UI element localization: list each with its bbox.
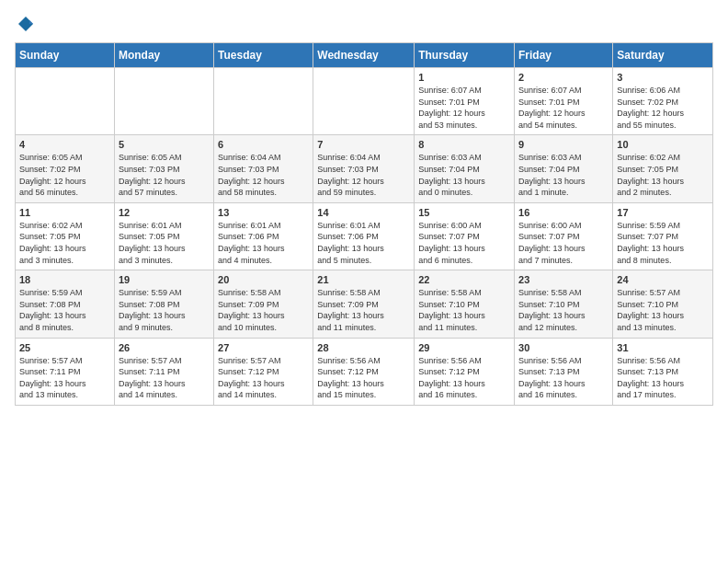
day-header-tuesday: Tuesday bbox=[214, 43, 313, 68]
day-info: Sunrise: 6:03 AM Sunset: 7:04 PM Dayligh… bbox=[418, 152, 510, 198]
calendar-cell: 16Sunrise: 6:00 AM Sunset: 7:07 PM Dayli… bbox=[515, 202, 613, 270]
calendar-cell: 20Sunrise: 5:58 AM Sunset: 7:09 PM Dayli… bbox=[214, 270, 313, 338]
day-number: 4 bbox=[19, 139, 110, 150]
day-info: Sunrise: 5:59 AM Sunset: 7:07 PM Dayligh… bbox=[617, 220, 709, 266]
day-info: Sunrise: 6:03 AM Sunset: 7:04 PM Dayligh… bbox=[518, 152, 609, 198]
calendar-cell: 7Sunrise: 6:04 AM Sunset: 7:03 PM Daylig… bbox=[313, 135, 415, 202]
day-info: Sunrise: 6:05 AM Sunset: 7:03 PM Dayligh… bbox=[119, 152, 210, 198]
day-info: Sunrise: 6:04 AM Sunset: 7:03 PM Dayligh… bbox=[317, 152, 410, 198]
calendar-cell: 17Sunrise: 5:59 AM Sunset: 7:07 PM Dayli… bbox=[613, 202, 713, 270]
day-number: 11 bbox=[19, 207, 110, 218]
day-info: Sunrise: 5:56 AM Sunset: 7:12 PM Dayligh… bbox=[317, 355, 410, 401]
day-number: 15 bbox=[418, 207, 510, 218]
calendar-cell: 26Sunrise: 5:57 AM Sunset: 7:11 PM Dayli… bbox=[114, 338, 213, 405]
day-number: 24 bbox=[617, 274, 709, 285]
day-number: 26 bbox=[119, 342, 210, 353]
day-number: 8 bbox=[418, 139, 510, 150]
calendar-cell bbox=[313, 68, 415, 135]
calendar-week-5: 25Sunrise: 5:57 AM Sunset: 7:11 PM Dayli… bbox=[16, 338, 713, 405]
calendar-week-3: 11Sunrise: 6:02 AM Sunset: 7:05 PM Dayli… bbox=[16, 202, 713, 270]
day-number: 17 bbox=[617, 207, 709, 218]
day-header-wednesday: Wednesday bbox=[313, 43, 415, 68]
calendar-cell: 30Sunrise: 5:56 AM Sunset: 7:13 PM Dayli… bbox=[515, 338, 613, 405]
day-number: 3 bbox=[617, 72, 709, 83]
day-info: Sunrise: 6:05 AM Sunset: 7:02 PM Dayligh… bbox=[19, 152, 110, 198]
day-info: Sunrise: 5:58 AM Sunset: 7:10 PM Dayligh… bbox=[518, 287, 609, 333]
day-number: 13 bbox=[218, 207, 309, 218]
calendar-cell: 3Sunrise: 6:06 AM Sunset: 7:02 PM Daylig… bbox=[613, 68, 713, 135]
calendar-cell: 10Sunrise: 6:02 AM Sunset: 7:05 PM Dayli… bbox=[613, 135, 713, 202]
day-info: Sunrise: 5:57 AM Sunset: 7:11 PM Dayligh… bbox=[119, 355, 210, 401]
calendar-cell: 25Sunrise: 5:57 AM Sunset: 7:11 PM Dayli… bbox=[16, 338, 115, 405]
day-number: 30 bbox=[518, 342, 609, 353]
day-number: 27 bbox=[218, 342, 309, 353]
day-header-saturday: Saturday bbox=[613, 43, 713, 68]
day-info: Sunrise: 6:01 AM Sunset: 7:05 PM Dayligh… bbox=[119, 220, 210, 266]
day-number: 31 bbox=[617, 342, 709, 353]
day-header-thursday: Thursday bbox=[415, 43, 515, 68]
calendar-cell: 15Sunrise: 6:00 AM Sunset: 7:07 PM Dayli… bbox=[415, 202, 515, 270]
day-info: Sunrise: 6:04 AM Sunset: 7:03 PM Dayligh… bbox=[218, 152, 309, 198]
calendar-cell: 24Sunrise: 5:57 AM Sunset: 7:10 PM Dayli… bbox=[613, 270, 713, 338]
day-info: Sunrise: 5:58 AM Sunset: 7:09 PM Dayligh… bbox=[317, 287, 410, 333]
calendar-week-2: 4Sunrise: 6:05 AM Sunset: 7:02 PM Daylig… bbox=[16, 135, 713, 202]
day-number: 7 bbox=[317, 139, 410, 150]
calendar-table: SundayMondayTuesdayWednesdayThursdayFrid… bbox=[15, 42, 713, 406]
calendar-cell: 29Sunrise: 5:56 AM Sunset: 7:12 PM Dayli… bbox=[415, 338, 515, 405]
day-info: Sunrise: 6:00 AM Sunset: 7:07 PM Dayligh… bbox=[418, 220, 510, 266]
calendar-cell: 14Sunrise: 6:01 AM Sunset: 7:06 PM Dayli… bbox=[313, 202, 415, 270]
calendar-week-4: 18Sunrise: 5:59 AM Sunset: 7:08 PM Dayli… bbox=[16, 270, 713, 338]
day-info: Sunrise: 6:06 AM Sunset: 7:02 PM Dayligh… bbox=[617, 85, 709, 131]
calendar-cell: 23Sunrise: 5:58 AM Sunset: 7:10 PM Dayli… bbox=[515, 270, 613, 338]
calendar-cell: 21Sunrise: 5:58 AM Sunset: 7:09 PM Dayli… bbox=[313, 270, 415, 338]
calendar-cell: 12Sunrise: 6:01 AM Sunset: 7:05 PM Dayli… bbox=[114, 202, 213, 270]
day-number: 19 bbox=[119, 274, 210, 285]
calendar-cell: 4Sunrise: 6:05 AM Sunset: 7:02 PM Daylig… bbox=[16, 135, 115, 202]
calendar-cell: 27Sunrise: 5:57 AM Sunset: 7:12 PM Dayli… bbox=[214, 338, 313, 405]
day-number: 6 bbox=[218, 139, 309, 150]
day-number: 5 bbox=[119, 139, 210, 150]
day-info: Sunrise: 5:56 AM Sunset: 7:13 PM Dayligh… bbox=[617, 355, 709, 401]
day-number: 16 bbox=[518, 207, 609, 218]
day-number: 28 bbox=[317, 342, 410, 353]
page-header bbox=[15, 15, 713, 33]
calendar-cell: 5Sunrise: 6:05 AM Sunset: 7:03 PM Daylig… bbox=[114, 135, 213, 202]
day-info: Sunrise: 5:56 AM Sunset: 7:13 PM Dayligh… bbox=[518, 355, 609, 401]
day-number: 2 bbox=[518, 72, 609, 83]
day-info: Sunrise: 6:01 AM Sunset: 7:06 PM Dayligh… bbox=[317, 220, 410, 266]
calendar-week-1: 1Sunrise: 6:07 AM Sunset: 7:01 PM Daylig… bbox=[16, 68, 713, 135]
calendar-header-row: SundayMondayTuesdayWednesdayThursdayFrid… bbox=[16, 43, 713, 68]
day-header-sunday: Sunday bbox=[16, 43, 115, 68]
calendar-cell: 31Sunrise: 5:56 AM Sunset: 7:13 PM Dayli… bbox=[613, 338, 713, 405]
calendar-cell: 1Sunrise: 6:07 AM Sunset: 7:01 PM Daylig… bbox=[415, 68, 515, 135]
day-info: Sunrise: 6:00 AM Sunset: 7:07 PM Dayligh… bbox=[518, 220, 609, 266]
day-info: Sunrise: 5:59 AM Sunset: 7:08 PM Dayligh… bbox=[19, 287, 110, 333]
day-number: 1 bbox=[418, 72, 510, 83]
day-number: 10 bbox=[617, 139, 709, 150]
day-info: Sunrise: 5:58 AM Sunset: 7:09 PM Dayligh… bbox=[218, 287, 309, 333]
day-info: Sunrise: 5:57 AM Sunset: 7:12 PM Dayligh… bbox=[218, 355, 309, 401]
day-number: 25 bbox=[19, 342, 110, 353]
day-info: Sunrise: 5:58 AM Sunset: 7:10 PM Dayligh… bbox=[418, 287, 510, 333]
calendar-cell: 28Sunrise: 5:56 AM Sunset: 7:12 PM Dayli… bbox=[313, 338, 415, 405]
logo bbox=[15, 15, 35, 33]
calendar-cell: 8Sunrise: 6:03 AM Sunset: 7:04 PM Daylig… bbox=[415, 135, 515, 202]
day-number: 18 bbox=[19, 274, 110, 285]
calendar-cell: 22Sunrise: 5:58 AM Sunset: 7:10 PM Dayli… bbox=[415, 270, 515, 338]
day-info: Sunrise: 6:07 AM Sunset: 7:01 PM Dayligh… bbox=[518, 85, 609, 131]
day-number: 9 bbox=[518, 139, 609, 150]
day-info: Sunrise: 6:07 AM Sunset: 7:01 PM Dayligh… bbox=[418, 85, 510, 131]
day-number: 21 bbox=[317, 274, 410, 285]
day-number: 20 bbox=[218, 274, 309, 285]
day-header-friday: Friday bbox=[515, 43, 613, 68]
day-number: 12 bbox=[119, 207, 210, 218]
calendar-cell: 19Sunrise: 5:59 AM Sunset: 7:08 PM Dayli… bbox=[114, 270, 213, 338]
day-info: Sunrise: 5:56 AM Sunset: 7:12 PM Dayligh… bbox=[418, 355, 510, 401]
day-info: Sunrise: 5:59 AM Sunset: 7:08 PM Dayligh… bbox=[119, 287, 210, 333]
day-info: Sunrise: 6:01 AM Sunset: 7:06 PM Dayligh… bbox=[218, 220, 309, 266]
day-header-monday: Monday bbox=[114, 43, 213, 68]
calendar-cell: 6Sunrise: 6:04 AM Sunset: 7:03 PM Daylig… bbox=[214, 135, 313, 202]
calendar-cell: 18Sunrise: 5:59 AM Sunset: 7:08 PM Dayli… bbox=[16, 270, 115, 338]
calendar-cell bbox=[16, 68, 115, 135]
day-info: Sunrise: 5:57 AM Sunset: 7:10 PM Dayligh… bbox=[617, 287, 709, 333]
